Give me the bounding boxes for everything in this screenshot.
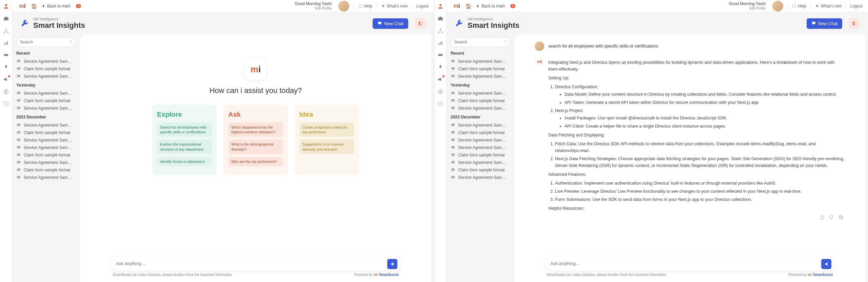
nav-bars-icon[interactable] [437, 39, 444, 46]
svg-rect-21 [441, 41, 442, 45]
history-item[interactable]: Service Agreement Sam… [16, 105, 76, 112]
suggestion-pill[interactable]: Career progression ideas for top perform… [299, 123, 354, 137]
history-item[interactable]: Service Agreement Sam… [451, 105, 510, 112]
history-item[interactable]: Service Agreement Sam… [16, 174, 76, 181]
back-button[interactable]: Back to main [475, 4, 505, 8]
history-item[interactable]: Service Agreement Sam… [16, 90, 76, 97]
edit-profile-link[interactable]: Edit Profile [729, 6, 766, 11]
help-link[interactable]: Help [358, 4, 372, 8]
new-chat-button[interactable]: New Chat [373, 18, 408, 29]
history-item[interactable]: Service Agreement Sam… [451, 90, 510, 97]
history-item[interactable]: Service Agreement Sam… [16, 136, 76, 144]
whats-new-link[interactable]: What's new [381, 4, 408, 8]
nav-ticket-icon[interactable] [437, 52, 444, 58]
panel-toggle-button[interactable] [415, 18, 426, 29]
svg-rect-15 [438, 17, 443, 20]
chat-input[interactable] [545, 256, 835, 271]
nav-rocket-icon[interactable] [3, 64, 9, 71]
panel-toggle-button[interactable] [849, 18, 860, 29]
user-avatar[interactable] [772, 1, 783, 12]
new-chat-button[interactable]: New Chat [807, 18, 842, 29]
history-item[interactable]: Service Agreement Sam… [451, 58, 510, 65]
copy-icon[interactable] [838, 214, 844, 220]
svg-rect-1 [4, 17, 8, 20]
user-avatar[interactable] [338, 1, 349, 12]
suggestion-card-idea: IdeaCareer progression ideas for top per… [295, 105, 359, 175]
nav-megaphone-icon[interactable] [437, 76, 444, 83]
history-item[interactable]: Claim form sample format [451, 166, 510, 174]
suggestion-pill[interactable]: Suggestions to to improve diversity and … [299, 139, 354, 154]
user-message: search for all employees with specific s… [535, 41, 845, 51]
history-item[interactable]: Claim form sample format [16, 65, 76, 73]
send-button[interactable] [387, 259, 397, 269]
bot-message: mi Integrating Next.js and Directus open… [535, 57, 845, 220]
feedback-row [548, 214, 845, 220]
nav-user-icon[interactable] [437, 3, 444, 10]
send-button[interactable] [821, 259, 831, 269]
suggestion-pill[interactable]: Search for all employees with specific s… [157, 123, 212, 137]
bot-text: Integrating Next.js and Directus opens u… [548, 57, 845, 220]
logout-link[interactable]: Logout [850, 4, 863, 8]
help-link[interactable]: Help [792, 4, 806, 8]
nav-megaphone-icon[interactable] [3, 76, 9, 83]
greeting-text: Good Morning Yashi [295, 1, 332, 6]
history-item[interactable]: Service Agreement Sam… [16, 144, 76, 151]
home-icon[interactable]: 🏠 [31, 3, 37, 9]
wrench-icon [20, 19, 29, 28]
history-item[interactable]: Claim form sample format [451, 129, 510, 136]
user-text: search for all employees with specific s… [548, 41, 845, 51]
edit-profile-link[interactable]: Edit Profile [295, 6, 332, 11]
history-item[interactable]: Service Agreement Sam… [16, 58, 76, 65]
suggestion-pill[interactable]: Which department has the highest overtim… [228, 123, 283, 137]
nav-rocket-icon[interactable] [437, 64, 444, 71]
history-item[interactable]: Service Agreement Sam… [451, 174, 510, 181]
nav-clock-icon[interactable] [437, 100, 444, 107]
history-item[interactable]: Claim form sample format [451, 65, 510, 73]
nav-bars-icon[interactable] [3, 39, 9, 46]
nav-user-icon[interactable] [3, 3, 9, 10]
svg-point-2 [5, 28, 6, 29]
history-item[interactable]: Claim form sample format [16, 151, 76, 159]
thumbs-up-icon[interactable] [819, 214, 825, 220]
home-icon[interactable]: 🏠 [466, 3, 471, 9]
back-button[interactable]: Back to main [41, 4, 71, 8]
nav-ticket-icon[interactable] [3, 52, 9, 58]
search-input[interactable] [451, 37, 510, 47]
history-item[interactable]: Claim form sample format [451, 151, 510, 159]
nav-globe-icon[interactable] [437, 88, 444, 95]
notification-badge[interactable]: 5 [510, 4, 515, 8]
thumbs-down-icon[interactable] [829, 214, 834, 220]
history-item[interactable]: Service Agreement Sam… [451, 159, 510, 166]
history-item[interactable]: Service Agreement Sam… [451, 121, 510, 129]
chat-history-panel: RecentService Agreement Sam…Claim form s… [447, 35, 514, 282]
chat-input[interactable] [111, 256, 401, 271]
suggestion-pill[interactable]: Who are the top performers? [228, 157, 283, 166]
nav-briefcase-icon[interactable] [437, 15, 444, 22]
greeting: Good Morning Yashi Edit Profile [295, 1, 332, 10]
history-item[interactable]: Claim form sample format [16, 166, 76, 174]
nav-briefcase-icon[interactable] [3, 15, 9, 22]
suggestion-pill[interactable]: Explore the organizational structure of … [157, 139, 212, 154]
suggestion-pill[interactable]: Identify trends in attendance [157, 157, 212, 166]
history-item[interactable]: Service Agreement Sam… [451, 144, 510, 151]
history-item[interactable]: Claim form sample format [451, 97, 510, 105]
history-item[interactable]: Claim form sample format [16, 129, 76, 136]
history-item[interactable]: Service Agreement Sam… [451, 136, 510, 144]
whats-new-link[interactable]: What's new [815, 4, 842, 8]
logout-link[interactable]: Logout [416, 4, 429, 8]
history-item[interactable]: Claim form sample format [16, 97, 76, 105]
history-item[interactable]: Service Agreement Sam… [16, 73, 76, 80]
history-item[interactable]: Service Agreement Sam… [16, 121, 76, 129]
svg-point-14 [439, 4, 441, 6]
history-item[interactable]: Service Agreement Sam… [451, 73, 510, 80]
card-title: Ask [228, 111, 283, 118]
nav-globe-icon[interactable] [3, 88, 9, 95]
notification-badge[interactable]: 5 [76, 4, 81, 8]
history-item[interactable]: Service Agreement Sam… [16, 159, 76, 166]
suggestion-pill[interactable]: What is the demographical diversity? [228, 139, 283, 154]
nav-org-icon[interactable] [437, 27, 444, 34]
search-input[interactable] [16, 37, 76, 47]
nav-clock-icon[interactable] [3, 100, 9, 107]
brand-logo: mi [18, 1, 27, 11]
nav-org-icon[interactable] [3, 27, 9, 34]
